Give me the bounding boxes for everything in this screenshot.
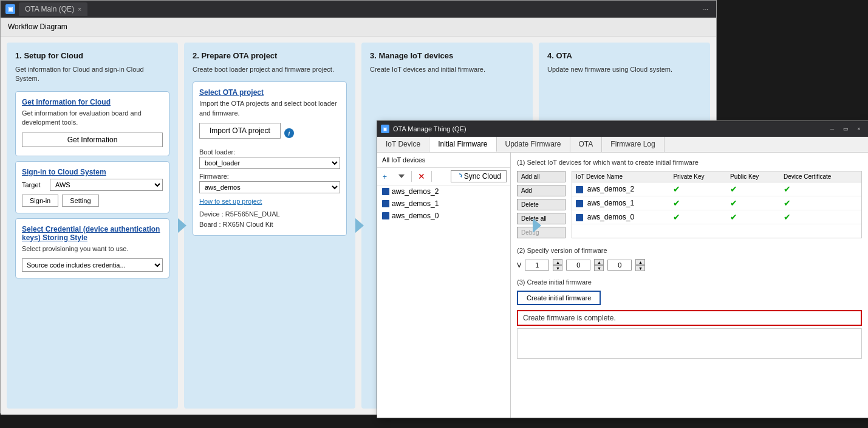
cell-pubk-0: ✔ — [726, 182, 780, 196]
setting-button[interactable]: Setting — [62, 195, 98, 207]
check-cert-0: ✔ — [784, 184, 791, 194]
check-pubk-2: ✔ — [730, 212, 737, 222]
svg-text:+: + — [383, 173, 387, 181]
ota-project-title[interactable]: Select OTA project — [199, 88, 340, 97]
check-pubk-1: ✔ — [730, 198, 737, 208]
spinner-2: ▲ ▼ — [594, 259, 604, 271]
get-info-title[interactable]: Get information for Cloud — [22, 98, 163, 106]
dialog-close-btn[interactable]: × — [853, 125, 864, 133]
cell-pubk-2: ✔ — [726, 210, 780, 224]
device-table: IoT Device Name Private Key Public Key D… — [572, 171, 861, 224]
ota-project-desc: Import the OTA projects and select boot … — [199, 99, 340, 118]
setup-link[interactable]: How to set up project — [199, 198, 262, 205]
version-input-2[interactable] — [566, 260, 590, 271]
cell-cert-1: ✔ — [780, 196, 861, 210]
target-label: Target — [22, 181, 46, 188]
bootloader-select[interactable]: boot_loader — [199, 157, 340, 169]
spinner-1: ▲ ▼ — [553, 259, 562, 271]
sync-cloud-btn[interactable]: Sync Cloud — [451, 170, 507, 182]
device-item-2[interactable]: aws_demos_0 — [377, 210, 510, 222]
device-item-1[interactable]: aws_demos_1 — [377, 198, 510, 210]
tab-iot-device[interactable]: IoT Device — [377, 137, 429, 152]
cell-cert-0: ✔ — [780, 182, 861, 196]
device-label-2: aws_demos_0 — [392, 212, 439, 220]
spin-up-1[interactable]: ▲ — [553, 259, 562, 265]
step1-desc: Get information for Cloud and sign-in Cl… — [15, 65, 169, 84]
firmware-select[interactable]: aws_demos — [199, 181, 340, 193]
tab-ota[interactable]: OTA — [570, 137, 603, 152]
spin-down-1[interactable]: ▼ — [553, 265, 562, 271]
check-cert-1: ✔ — [784, 198, 791, 208]
cell-pk-0: ✔ — [669, 182, 726, 196]
check-cert-2: ✔ — [784, 212, 791, 222]
col-cert: Device Certificate — [780, 171, 861, 182]
credential-title[interactable]: Select Credential (device authentication… — [22, 225, 163, 242]
window-controls: ⋯ — [699, 4, 711, 14]
main-title-tab[interactable]: OTA Main (QE) × — [19, 2, 87, 16]
table-row: aws_demos_0 ✔ ✔ ✔ — [572, 210, 861, 224]
section2-title: (2) Specify version of firmware — [517, 247, 862, 254]
delete-button[interactable]: Delete — [517, 199, 566, 210]
cell-name-1: aws_demos_1 — [572, 196, 669, 210]
step2-desc: Create boot loader project and firmware … — [193, 65, 347, 74]
row-icon-0 — [576, 186, 583, 193]
dialog-icon: ▣ — [381, 125, 389, 133]
col-name: IoT Device Name — [572, 171, 669, 182]
signin-button[interactable]: Sign-in — [22, 195, 58, 207]
main-tab-close[interactable]: × — [78, 6, 81, 13]
device-icon-2 — [382, 212, 389, 219]
spinner-3: ▲ ▼ — [635, 259, 645, 271]
target-select[interactable]: AWS — [50, 179, 163, 191]
device-item-0[interactable]: aws_demos_2 — [377, 185, 510, 198]
step4-title: 4. OTA — [547, 51, 702, 60]
get-information-button[interactable]: Get Information — [22, 133, 163, 147]
get-info-section: Get information for Cloud Get informatio… — [15, 91, 169, 156]
create-firmware-button[interactable]: Create initial firmware — [517, 291, 601, 305]
spin-down-2[interactable]: ▼ — [594, 265, 604, 271]
workflow-header: Workflow Diagram — [1, 18, 716, 36]
dialog-title-bar: ▣ OTA Manage Thing (QE) ─ ▭ × — [377, 121, 868, 137]
dropdown-btn[interactable] — [395, 170, 408, 182]
spin-up-2[interactable]: ▲ — [594, 259, 604, 265]
device-icon-1 — [382, 200, 389, 207]
device-table-wrapper: IoT Device Name Private Key Public Key D… — [572, 171, 862, 238]
signin-section: Sign-in to Cloud System Target AWS Sign-… — [15, 161, 169, 213]
section1-title: (1) Select IoT devices for which want to… — [517, 159, 862, 166]
get-info-desc: Get information for evaluation board and… — [22, 109, 163, 128]
check-pk-2: ✔ — [673, 212, 680, 222]
delete-device-btn[interactable]: ✕ — [415, 170, 428, 182]
tab-update-firmware[interactable]: Update Firmware — [497, 137, 570, 152]
credential-select[interactable]: Source code includes credentia... — [22, 258, 163, 272]
tab-firmware-log[interactable]: Firmware Log — [602, 137, 664, 152]
add-all-button[interactable]: Add all — [517, 171, 566, 182]
signin-title[interactable]: Sign-in to Cloud System — [22, 168, 163, 176]
add-button[interactable]: Add — [517, 185, 566, 196]
tab-initial-firmware[interactable]: Initial Firmware — [429, 137, 496, 152]
add-device-btn[interactable]: + — [381, 170, 393, 182]
step2-arrow — [355, 218, 364, 233]
minimize-btn[interactable]: ⋯ — [699, 4, 711, 14]
device-label-1: aws_demos_1 — [392, 199, 439, 208]
sync-btn-label: Sync Cloud — [464, 172, 501, 181]
table-row: aws_demos_1 ✔ ✔ ✔ — [572, 196, 861, 210]
version-input-1[interactable] — [525, 260, 549, 271]
device-icon-0 — [382, 188, 389, 195]
delete-all-button[interactable]: Delete all — [517, 213, 566, 224]
row-icon-2 — [576, 214, 583, 221]
spin-up-3[interactable]: ▲ — [635, 259, 645, 265]
info-icon: i — [284, 128, 294, 138]
svg-marker-1 — [398, 174, 405, 178]
dialog-tabs: IoT Device Initial Firmware Update Firmw… — [377, 137, 868, 153]
cell-pk-1: ✔ — [669, 196, 726, 210]
target-row: Target AWS — [22, 179, 163, 191]
table-row: aws_demos_2 ✔ ✔ ✔ — [572, 182, 861, 196]
dialog-minimize-btn[interactable]: ─ — [827, 125, 838, 133]
import-ota-button[interactable]: Import OTA project — [199, 123, 281, 139]
version-v-label: V — [517, 261, 521, 269]
dialog-restore-btn[interactable]: ▭ — [840, 125, 851, 133]
version-input-3[interactable] — [607, 260, 632, 271]
left-panel-title: All IoT devices — [377, 153, 510, 168]
spin-down-3[interactable]: ▼ — [635, 265, 645, 271]
debug-button[interactable]: Debug — [517, 227, 566, 238]
cell-name-0: aws_demos_2 — [572, 182, 669, 196]
